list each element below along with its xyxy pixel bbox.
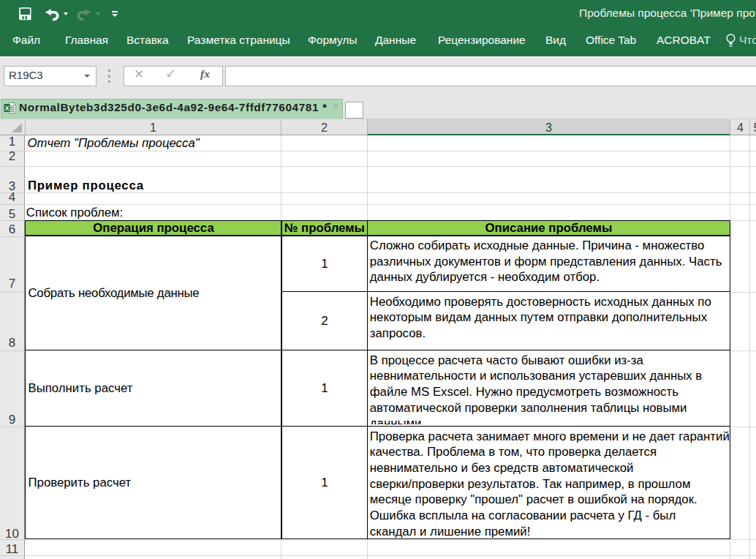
svg-text:X: X [5,105,10,112]
